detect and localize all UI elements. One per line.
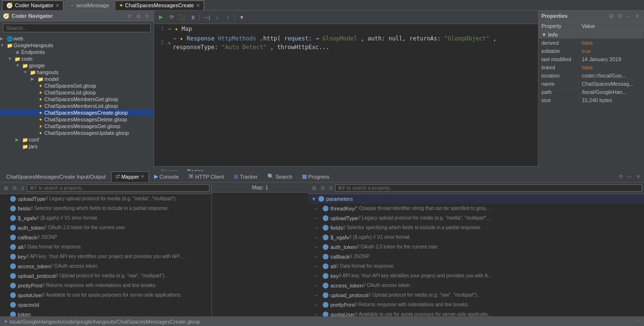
item-comment: // ($.xgafv) // V1 error format. [37, 214, 98, 222]
tab-close-chat-spaces[interactable]: ✕ [196, 3, 200, 8]
mapper-left-item-prettyprint[interactable]: prettyPrint // Returns response with ind… [0, 281, 211, 290]
item-comment: // Data format for response. [336, 262, 395, 270]
step-btn[interactable]: ⟳ [167, 13, 176, 22]
tree-item-chatspacesget.gloop[interactable]: ✦ChatSpacesGet.gloop [0, 82, 154, 89]
tree-item-web[interactable]: ▶🌐web [0, 35, 154, 42]
tree-item-chatspacesmessagescreate.gloop[interactable]: ✦ChatSpacesMessagesCreate.gloop [0, 109, 154, 116]
mapper-left-item-fields[interactable]: fields // Selector specifying which fiel… [0, 204, 211, 213]
map-dot [10, 206, 16, 211]
bottom-tab-mapper[interactable]: ⇄ Mapper ✕ [111, 171, 149, 182]
mapper-right-item-auth_token[interactable]: → auth_token // OAuth 2.0 token for the … [308, 242, 644, 252]
tab-close[interactable]: ✕ [141, 174, 145, 179]
map-dot [323, 244, 329, 250]
tree-item-jars[interactable]: 📁jars [0, 143, 154, 150]
item-arrow: → [311, 282, 319, 289]
mapper-left-item-access_token[interactable]: access_token // OAuth access token. [0, 261, 211, 271]
tab-coder-navigator[interactable]: 🧭 Coder Navigator ✕ [2, 0, 64, 10]
mapper-right-item-access_token[interactable]: → access_token // OAuth access token. [308, 281, 644, 290]
mapper-close-btn[interactable]: ✕ [634, 173, 642, 181]
code-line-1: 1 → ✦ Map [154, 24, 538, 34]
navigator-settings-btn[interactable]: ⚙ [134, 12, 142, 20]
props-btn2[interactable]: ⊟ [616, 12, 624, 20]
tree-item-googlehangouts[interactable]: ▼📁GoogleHangouts [0, 42, 154, 49]
mapper-left-item-token[interactable]: token [0, 310, 211, 316]
sep2 [235, 13, 235, 21]
status-menu-btn[interactable]: ⋯ [635, 318, 640, 325]
mapper-right-item-callback[interactable]: → callback // JSONP [308, 252, 644, 261]
mapper-left-item-alt[interactable]: alt // Data format for response. [0, 242, 211, 252]
mapper-left-btn2[interactable]: ⊟ [11, 184, 18, 192]
mapper-right-item-parameters[interactable]: ▼ parameters [308, 194, 644, 204]
status-bar: ✦ local/GoogleHangouts/code/google/hango… [0, 316, 644, 326]
mapper-left-item-key[interactable]: key // API key. Your API key identifies … [0, 252, 211, 261]
tree-item-model[interactable]: ▶📁model [0, 76, 154, 82]
mapper-right-btn2[interactable]: ⊟ [319, 184, 327, 192]
mapper-left-btn1[interactable]: ⊞ [2, 184, 10, 192]
navigator-sync-btn[interactable]: ⟳ [126, 12, 133, 20]
item-label: alt [18, 243, 24, 251]
props-btn1[interactable]: ⊞ [607, 12, 615, 20]
mapper-left-item-upload_protocol[interactable]: upload_protocol // Upload protocol for m… [0, 271, 211, 281]
tree-item-chatspacesmessagesupdate.gloop[interactable]: ✦ChatSpacesMessagesUpdate.gloop [0, 130, 154, 136]
tree-item-conf[interactable]: ▶📁conf [0, 136, 154, 143]
navigator-search-input[interactable] [3, 24, 151, 32]
filter-btn[interactable]: ▼ [237, 13, 247, 22]
item-label: prettyPrint [330, 301, 355, 309]
mapper-right-item-quotauser[interactable]: → quotaUser // Available to use for quot… [308, 310, 644, 316]
tree-item-endpoints[interactable]: ⊕Endpoints [0, 49, 154, 55]
mapper-left-item-uploadtype[interactable]: uploadType // Legacy upload protocol for… [0, 194, 211, 204]
tree-item-chatspacesmessagesget.gloop[interactable]: ✦ChatSpacesMessagesGet.gloop [0, 123, 154, 130]
tree-label: GoogleHangouts [13, 42, 154, 48]
step-over-btn[interactable]: →| [202, 13, 211, 22]
props-close-btn[interactable]: ✕ [633, 12, 641, 20]
tab-send-message[interactable]: → sendMessage [65, 0, 114, 10]
step-into-btn[interactable]: ↓ [212, 13, 222, 22]
bottom-tab-progress[interactable]: ▦ Progress [298, 171, 334, 182]
mapper-right-item-$_xgafv[interactable]: → $_xgafv // ($.xgafv) // V1 error forma… [308, 233, 644, 242]
props-btn3[interactable]: ↔ [625, 12, 632, 20]
bottom-tab-console[interactable]: ▶ Console [150, 171, 183, 182]
tree-item-chatspacesmessagesdelete.gloop[interactable]: ✦ChatSpacesMessagesDelete.gloop [0, 116, 154, 123]
map-dot [323, 283, 329, 288]
bottom-tab-search[interactable]: 🔍 Search [263, 171, 297, 182]
tab-chat-spaces[interactable]: ✦ ChatSpacesMessagesCreate ✕ [115, 0, 204, 10]
tree-item-code[interactable]: ▼📁code [0, 55, 154, 62]
bottom-tab-tracker[interactable]: ◎ Tracker [229, 171, 262, 182]
pause-btn[interactable]: ⏸ [188, 13, 197, 22]
mapper-right-item-fields[interactable]: → fields // Selector specifying which fi… [308, 223, 644, 233]
navigator-close-btn[interactable]: ✕ [143, 12, 151, 20]
item-label: callback [18, 234, 37, 241]
mapper-left-item-auth_token[interactable]: auth_token // OAuth 2.0 token for the cu… [0, 223, 211, 233]
mapper-right-btn1[interactable]: ⊞ [310, 184, 318, 192]
tree-item-hangouts[interactable]: ▼📁hangouts [0, 69, 154, 76]
tree-icon: ✦ [37, 83, 44, 89]
tree-item-chatspacesmemberslist.gloop[interactable]: ✦ChatSpacesMembersList.gloop [0, 103, 154, 109]
mapper-right-item-prettyprint[interactable]: → prettyPrint // Returns response with i… [308, 300, 644, 310]
step-out-btn[interactable]: ↑ [223, 13, 233, 22]
bottom-tab-http-client[interactable]: ⌘ HTTP Client [184, 171, 228, 182]
bottom-tab-chatspacesmessagescreate-input/output[interactable]: ChatSpacesMessagesCreate Input/Output [2, 171, 110, 182]
mapper-right-item-alt[interactable]: → alt // Data format for response. [308, 261, 644, 271]
mapper-right-item-key[interactable]: → key // API key. Your API key identifie… [308, 271, 644, 281]
mapper-left-item-quotauser[interactable]: quotaUser // Available to use for quota … [0, 290, 211, 300]
tree-item-chatspaceslist.gloop[interactable]: ✦ChatSpacesList.gloop [0, 89, 154, 96]
mapper-left-item-spacesid[interactable]: spacesId [0, 300, 211, 310]
run-btn[interactable]: ▶ [156, 13, 166, 22]
mapper-right-item-threadkey[interactable]: → threadKey /* Opaque thread identifier … [308, 204, 644, 213]
tree-icon: 📁 [21, 137, 29, 143]
mapper-right-item-uploadtype[interactable]: → uploadType // Legacy upload protocol f… [308, 213, 644, 223]
mapper-left-search[interactable] [27, 184, 210, 192]
mapper-right-search[interactable] [335, 184, 642, 192]
navigator-title-icon: 🧭 [3, 13, 10, 19]
tab-close-navigator[interactable]: ✕ [55, 3, 59, 8]
stop-btn[interactable]: ⬛ [177, 13, 187, 22]
mapper-right-item-upload_protocol[interactable]: → upload_protocol // Upload protocol for… [308, 290, 644, 300]
mapper-refresh-btn[interactable]: ⟳ [617, 173, 625, 181]
tree-item-google[interactable]: ▼📁google [0, 62, 154, 69]
item-comment: // Upload protocol for media (e.g. "raw"… [368, 291, 478, 299]
mapper-minimize-btn[interactable]: — [626, 173, 633, 181]
tree-item-chatspacesmembersget.gloop[interactable]: ✦ChatSpacesMembersGet.gloop [0, 96, 154, 103]
mapper-left-item-$_xgafv[interactable]: $_xgafv // ($.xgafv) // V1 error format. [0, 213, 211, 223]
mapper-left-item-callback[interactable]: callback // JSONP [0, 233, 211, 242]
item-label: quotaUser [330, 311, 355, 316]
